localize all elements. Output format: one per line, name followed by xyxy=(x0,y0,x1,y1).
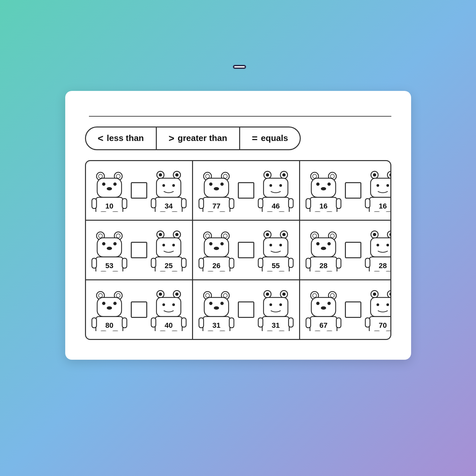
svg-point-222 xyxy=(327,302,331,305)
svg-rect-118 xyxy=(229,258,234,268)
svg-text:46: 46 xyxy=(271,202,279,210)
svg-rect-90 xyxy=(92,258,97,268)
svg-point-86 xyxy=(102,242,105,245)
svg-point-127 xyxy=(269,244,272,246)
svg-point-101 xyxy=(172,244,175,246)
svg-text:31: 31 xyxy=(271,321,279,329)
svg-text:77: 77 xyxy=(212,202,220,210)
svg-point-168 xyxy=(113,302,117,305)
svg-point-178 xyxy=(159,293,162,296)
legend-bar: < less than > greater than = equals xyxy=(85,126,301,150)
greater-than-label: greater than xyxy=(178,133,227,143)
svg-rect-144 xyxy=(306,258,311,268)
legend-less-than: < less than xyxy=(86,127,157,149)
svg-rect-153 xyxy=(371,238,391,257)
svg-point-142 xyxy=(321,247,326,250)
frog-robot: 70 xyxy=(365,288,391,331)
svg-point-60 xyxy=(327,182,331,186)
svg-point-221 xyxy=(316,302,320,305)
grid-row-0: 10 34 xyxy=(86,161,390,221)
frog-robot: 40 xyxy=(151,288,187,331)
svg-point-61 xyxy=(321,187,326,190)
svg-rect-199 xyxy=(229,318,234,328)
bear-robot: 31 xyxy=(198,288,235,331)
svg-point-182 xyxy=(172,303,175,306)
legend-greater-than: > greater than xyxy=(157,127,240,149)
svg-text:55: 55 xyxy=(271,262,279,270)
svg-point-33 xyxy=(220,182,224,186)
legend-equals: = equals xyxy=(240,127,300,149)
svg-point-82 xyxy=(98,234,102,238)
svg-text:31: 31 xyxy=(212,321,220,329)
svg-point-87 xyxy=(113,242,117,245)
svg-point-55 xyxy=(313,174,317,178)
equals-symbol: = xyxy=(252,133,258,144)
header-title xyxy=(230,20,246,74)
svg-point-196 xyxy=(214,306,219,310)
svg-text:16: 16 xyxy=(319,202,327,210)
frog-robot: 34 xyxy=(151,169,187,212)
svg-rect-23 xyxy=(182,199,186,208)
answer-box[interactable] xyxy=(131,242,147,258)
svg-text:70: 70 xyxy=(378,321,386,329)
svg-point-217 xyxy=(313,294,317,297)
svg-rect-64 xyxy=(336,199,341,209)
svg-point-181 xyxy=(162,303,165,306)
svg-rect-50 xyxy=(289,199,293,208)
answer-box[interactable] xyxy=(131,182,147,199)
svg-rect-131 xyxy=(289,258,293,267)
frog-robot: 28 xyxy=(365,229,391,271)
svg-point-47 xyxy=(279,184,282,187)
svg-point-34 xyxy=(214,187,219,190)
svg-point-100 xyxy=(162,244,165,246)
svg-rect-212 xyxy=(289,318,293,327)
svg-point-124 xyxy=(266,233,269,236)
grid-cell-0-1: 77 46 xyxy=(193,161,300,220)
svg-rect-63 xyxy=(306,199,311,209)
svg-point-115 xyxy=(214,247,219,250)
answer-box[interactable] xyxy=(131,301,147,318)
bear-robot: 28 xyxy=(305,229,342,271)
grid-cell-1-0: 53 25 xyxy=(86,221,193,279)
svg-text:28: 28 xyxy=(378,262,386,270)
answer-box[interactable] xyxy=(238,242,254,258)
svg-point-20 xyxy=(172,184,175,187)
bear-robot: 80 xyxy=(91,288,127,331)
svg-point-98 xyxy=(175,233,179,236)
svg-point-17 xyxy=(175,173,179,177)
svg-point-111 xyxy=(223,234,227,238)
svg-point-206 xyxy=(282,293,286,296)
svg-text:53: 53 xyxy=(105,262,113,270)
answer-box[interactable] xyxy=(238,301,254,318)
svg-point-155 xyxy=(386,244,389,246)
answer-box[interactable] xyxy=(345,242,361,258)
svg-point-46 xyxy=(269,184,272,187)
less-than-symbol: < xyxy=(98,133,104,144)
svg-point-138 xyxy=(330,234,334,238)
svg-rect-37 xyxy=(229,199,234,209)
page-header xyxy=(217,0,259,88)
grid-cell-2-0: 80 40 xyxy=(86,280,193,339)
svg-point-236 xyxy=(386,303,389,306)
svg-text:67: 67 xyxy=(319,321,327,329)
answer-box[interactable] xyxy=(345,182,361,199)
svg-rect-226 xyxy=(336,318,341,328)
svg-point-84 xyxy=(116,234,120,238)
svg-point-19 xyxy=(162,184,165,187)
svg-rect-126 xyxy=(264,238,288,257)
svg-rect-145 xyxy=(336,258,341,268)
svg-point-195 xyxy=(220,302,224,305)
svg-rect-238 xyxy=(365,318,370,327)
svg-rect-157 xyxy=(365,258,370,267)
frog-robot: 55 xyxy=(258,229,294,271)
svg-rect-180 xyxy=(156,297,181,317)
svg-rect-198 xyxy=(199,318,204,328)
answer-box[interactable] xyxy=(238,182,254,199)
svg-point-70 xyxy=(373,173,376,177)
svg-rect-184 xyxy=(151,318,156,327)
svg-rect-104 xyxy=(182,258,186,267)
svg-rect-207 xyxy=(264,297,288,317)
svg-rect-45 xyxy=(264,178,288,197)
svg-point-74 xyxy=(386,184,389,187)
answer-box[interactable] xyxy=(345,301,361,318)
